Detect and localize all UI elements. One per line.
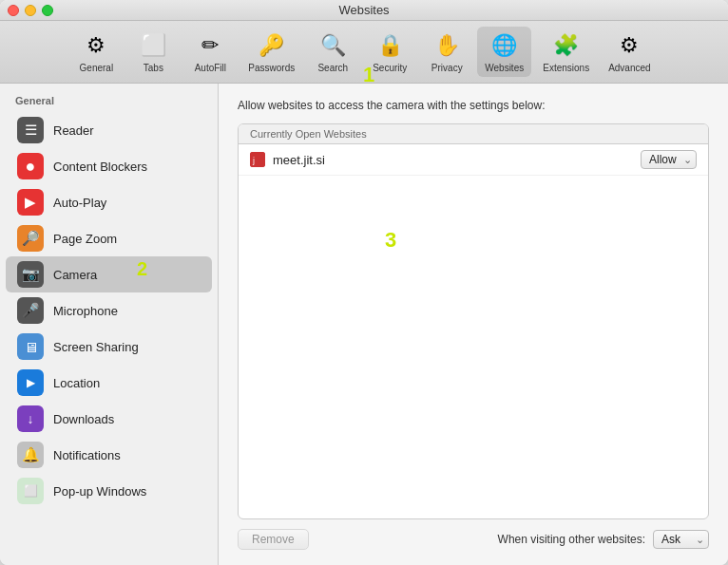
detail-footer: Remove When visiting other websites: Ask… bbox=[238, 529, 709, 550]
tabs-icon: ⬜ bbox=[138, 30, 168, 61]
autoplay-label: Auto-Play bbox=[53, 196, 106, 210]
toolbar-advanced[interactable]: ⚙ Advanced bbox=[601, 27, 658, 77]
websites-area: Currently Open Websites j meet.jit.si Al… bbox=[238, 123, 709, 519]
sidebar-item-notifications[interactable]: 🔔 Notifications bbox=[6, 437, 212, 473]
toolbar-privacy-label: Privacy bbox=[431, 63, 463, 73]
footer-select-wrapper[interactable]: Ask Allow Deny bbox=[653, 530, 709, 549]
microphone-icon: 🎤 bbox=[17, 297, 44, 324]
content-blockers-icon: ● bbox=[17, 153, 44, 179]
detail-description: Allow websites to access the camera with… bbox=[238, 99, 709, 112]
passwords-icon: 🔑 bbox=[257, 30, 287, 61]
toolbar-websites-label: Websites bbox=[485, 63, 524, 73]
sidebar-item-downloads[interactable]: ↓ Downloads bbox=[6, 401, 212, 437]
sidebar-item-microphone[interactable]: 🎤 Microphone bbox=[6, 292, 212, 329]
toolbar-privacy[interactable]: ✋ Privacy bbox=[420, 27, 473, 77]
security-icon: 🔒 bbox=[374, 30, 405, 61]
downloads-label: Downloads bbox=[53, 412, 114, 426]
annotation-1: 1 bbox=[363, 63, 374, 87]
traffic-lights bbox=[8, 5, 53, 16]
sidebar-item-reader[interactable]: ☰ Reader bbox=[6, 112, 212, 148]
reader-label: Reader bbox=[53, 123, 94, 138]
sidebar-item-camera[interactable]: 📷 Camera 2 bbox=[6, 256, 212, 292]
page-zoom-icon: 🔎 bbox=[17, 225, 44, 252]
toolbar: ⚙ General ⬜ Tabs ✏ AutoFill 🔑 Passwords … bbox=[0, 21, 728, 84]
popup-windows-icon: ⬜ bbox=[17, 478, 44, 504]
downloads-icon: ↓ bbox=[17, 405, 44, 432]
websites-icon: 🌐 bbox=[489, 30, 520, 61]
annotation-3: 3 bbox=[385, 228, 396, 253]
titlebar: Websites bbox=[0, 0, 728, 21]
camera-label: Camera bbox=[53, 268, 97, 282]
websites-list: j meet.jit.si Allow Ask Deny bbox=[239, 144, 708, 518]
sidebar-item-popup-windows[interactable]: ⬜ Pop-up Windows bbox=[6, 473, 212, 509]
toolbar-extensions-label: Extensions bbox=[543, 63, 589, 73]
maximize-button[interactable] bbox=[42, 5, 53, 16]
popup-windows-label: Pop-up Windows bbox=[53, 484, 146, 499]
sidebar-item-auto-play[interactable]: ▶ Auto-Play bbox=[6, 184, 212, 220]
website-favicon: j bbox=[250, 152, 265, 167]
toolbar-search-label: Search bbox=[317, 63, 348, 73]
svg-text:j: j bbox=[252, 156, 255, 165]
toolbar-search[interactable]: 🔍 Search bbox=[306, 27, 359, 77]
table-row[interactable]: j meet.jit.si Allow Ask Deny bbox=[239, 144, 708, 176]
toolbar-tabs-label: Tabs bbox=[144, 63, 163, 73]
screen-sharing-label: Screen Sharing bbox=[53, 340, 139, 354]
toolbar-passwords-label: Passwords bbox=[248, 63, 295, 73]
minimize-button[interactable] bbox=[25, 5, 36, 16]
websites-header: Currently Open Websites bbox=[239, 124, 708, 144]
autoplay-icon: ▶ bbox=[17, 189, 44, 216]
location-label: Location bbox=[53, 376, 100, 390]
notifications-label: Notifications bbox=[53, 448, 121, 462]
advanced-icon: ⚙ bbox=[614, 30, 644, 61]
autofill-icon: ✏ bbox=[195, 30, 225, 61]
sidebar-section-general: General bbox=[0, 91, 218, 112]
notifications-icon: 🔔 bbox=[17, 442, 44, 468]
sidebar-item-screen-sharing[interactable]: 🖥 Screen Sharing bbox=[6, 329, 212, 365]
camera-icon: 📷 bbox=[17, 261, 44, 288]
toolbar-autofill-label: AutoFill bbox=[195, 63, 226, 73]
toolbar-websites[interactable]: 🌐 Websites bbox=[477, 27, 531, 77]
screen-sharing-icon: 🖥 bbox=[17, 333, 44, 360]
page-zoom-label: Page Zoom bbox=[53, 232, 117, 246]
toolbar-advanced-label: Advanced bbox=[608, 63, 650, 73]
sidebar-item-page-zoom[interactable]: 🔎 Page Zoom bbox=[6, 220, 212, 256]
websites-box: Currently Open Websites j meet.jit.si Al… bbox=[238, 123, 709, 519]
footer-select[interactable]: Ask Allow Deny bbox=[653, 530, 709, 549]
reader-icon: ☰ bbox=[17, 117, 44, 143]
detail-panel: Allow websites to access the camera with… bbox=[219, 84, 728, 565]
sidebar-item-location[interactable]: ▶ Location bbox=[6, 365, 212, 401]
window-title: Websites bbox=[338, 3, 389, 17]
footer-right: When visiting other websites: Ask Allow … bbox=[498, 530, 709, 549]
toolbar-general-label: General bbox=[80, 63, 114, 73]
sidebar: General ☰ Reader ● Content Blockers ▶ Au… bbox=[0, 84, 219, 565]
privacy-icon: ✋ bbox=[431, 30, 462, 61]
main-content: General ☰ Reader ● Content Blockers ▶ Au… bbox=[0, 84, 728, 565]
permission-select[interactable]: Allow Ask Deny bbox=[641, 150, 697, 169]
toolbar-security-label: Security bbox=[373, 63, 407, 73]
toolbar-passwords[interactable]: 🔑 Passwords bbox=[240, 27, 302, 77]
annotation-2: 2 bbox=[137, 258, 147, 280]
microphone-label: Microphone bbox=[53, 304, 118, 318]
search-icon: 🔍 bbox=[317, 30, 348, 61]
safari-preferences-window: Websites ⚙ General ⬜ Tabs ✏ AutoFill 🔑 P… bbox=[0, 0, 728, 565]
toolbar-autofill[interactable]: ✏ AutoFill bbox=[183, 27, 237, 77]
sidebar-item-content-blockers[interactable]: ● Content Blockers bbox=[6, 148, 212, 184]
footer-label: When visiting other websites: bbox=[498, 533, 645, 546]
toolbar-tabs[interactable]: ⬜ Tabs bbox=[126, 27, 180, 77]
extensions-icon: 🧩 bbox=[551, 30, 582, 61]
website-url: meet.jit.si bbox=[273, 153, 633, 167]
content-blockers-label: Content Blockers bbox=[53, 160, 147, 174]
toolbar-extensions[interactable]: 🧩 Extensions bbox=[535, 27, 597, 77]
general-icon: ⚙ bbox=[81, 30, 111, 61]
remove-button[interactable]: Remove bbox=[238, 529, 309, 550]
permission-select-wrapper[interactable]: Allow Ask Deny bbox=[641, 150, 697, 169]
close-button[interactable] bbox=[8, 5, 19, 16]
location-icon: ▶ bbox=[17, 369, 44, 396]
toolbar-general[interactable]: ⚙ General bbox=[69, 27, 123, 77]
